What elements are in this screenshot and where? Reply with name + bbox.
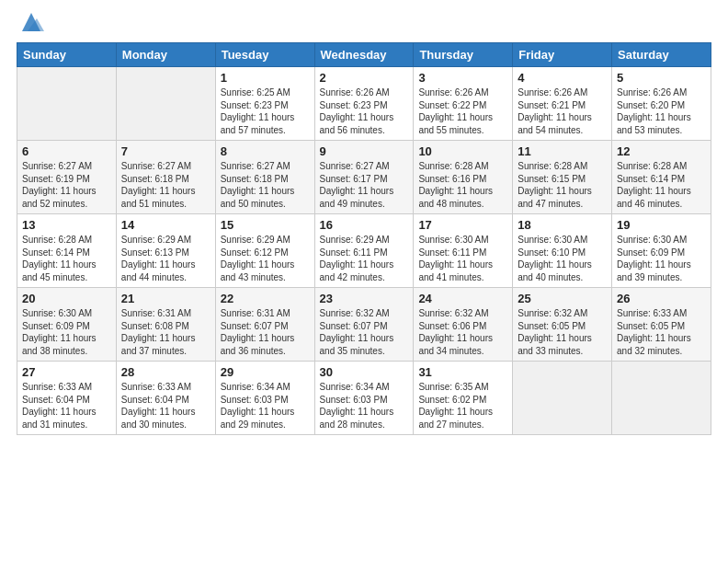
day-info: Sunrise: 6:31 AM Sunset: 6:07 PM Dayligh… [221, 307, 310, 357]
day-number: 6 [22, 144, 111, 158]
day-info: Sunrise: 6:26 AM Sunset: 6:23 PM Dayligh… [320, 86, 409, 136]
page: SundayMondayTuesdayWednesdayThursdayFrid… [0, 0, 728, 563]
day-number: 25 [518, 292, 607, 305]
calendar-cell: 19Sunrise: 6:30 AM Sunset: 6:09 PM Dayli… [612, 214, 711, 288]
day-number: 28 [121, 365, 210, 379]
day-number: 26 [617, 292, 706, 305]
calendar-cell: 7Sunrise: 6:27 AM Sunset: 6:18 PM Daylig… [116, 141, 215, 214]
day-info: Sunrise: 6:30 AM Sunset: 6:10 PM Dayligh… [518, 234, 607, 283]
calendar-week-row: 6Sunrise: 6:27 AM Sunset: 6:19 PM Daylig… [17, 141, 711, 214]
day-number: 3 [418, 71, 507, 85]
calendar-cell: 12Sunrise: 6:28 AM Sunset: 6:14 PM Dayli… [612, 141, 711, 214]
day-info: Sunrise: 6:35 AM Sunset: 6:02 PM Dayligh… [418, 381, 507, 431]
calendar-cell: 6Sunrise: 6:27 AM Sunset: 6:19 PM Daylig… [17, 141, 117, 214]
day-number: 11 [518, 144, 607, 158]
day-number: 24 [418, 292, 507, 305]
day-number: 2 [320, 71, 409, 85]
weekday-header-thursday: Thursday [414, 43, 513, 67]
day-number: 10 [418, 144, 507, 158]
day-info: Sunrise: 6:32 AM Sunset: 6:07 PM Dayligh… [320, 307, 409, 357]
day-info: Sunrise: 6:27 AM Sunset: 6:17 PM Dayligh… [320, 160, 409, 210]
calendar-cell: 11Sunrise: 6:28 AM Sunset: 6:15 PM Dayli… [513, 141, 612, 214]
day-info: Sunrise: 6:25 AM Sunset: 6:23 PM Dayligh… [221, 86, 310, 136]
day-info: Sunrise: 6:34 AM Sunset: 6:03 PM Dayligh… [320, 381, 409, 431]
weekday-header-wednesday: Wednesday [314, 43, 414, 67]
day-number: 23 [320, 292, 409, 305]
day-number: 7 [121, 144, 210, 158]
day-info: Sunrise: 6:30 AM Sunset: 6:09 PM Dayligh… [617, 234, 706, 283]
day-number: 12 [617, 144, 706, 158]
day-info: Sunrise: 6:26 AM Sunset: 6:21 PM Dayligh… [518, 86, 607, 136]
calendar-cell: 29Sunrise: 6:34 AM Sunset: 6:03 PM Dayli… [215, 362, 314, 435]
weekday-header-tuesday: Tuesday [215, 43, 314, 67]
calendar-cell: 31Sunrise: 6:35 AM Sunset: 6:02 PM Dayli… [414, 362, 513, 435]
calendar-cell: 21Sunrise: 6:31 AM Sunset: 6:08 PM Dayli… [116, 288, 215, 362]
calendar-week-row: 13Sunrise: 6:28 AM Sunset: 6:14 PM Dayli… [17, 214, 711, 288]
calendar-cell: 10Sunrise: 6:28 AM Sunset: 6:16 PM Dayli… [414, 141, 513, 214]
calendar-cell [17, 67, 117, 141]
day-info: Sunrise: 6:29 AM Sunset: 6:11 PM Dayligh… [320, 234, 409, 283]
day-number: 17 [418, 218, 507, 232]
day-number: 31 [418, 365, 507, 379]
day-number: 16 [320, 218, 409, 232]
day-number: 30 [320, 365, 409, 379]
calendar-cell: 2Sunrise: 6:26 AM Sunset: 6:23 PM Daylig… [314, 67, 414, 141]
day-number: 1 [221, 71, 310, 85]
day-number: 27 [22, 365, 111, 379]
day-number: 5 [617, 71, 706, 85]
day-info: Sunrise: 6:33 AM Sunset: 6:04 PM Dayligh… [121, 381, 210, 431]
day-info: Sunrise: 6:29 AM Sunset: 6:13 PM Dayligh… [121, 234, 210, 283]
logo-icon [18, 9, 44, 35]
day-info: Sunrise: 6:33 AM Sunset: 6:04 PM Dayligh… [22, 381, 111, 431]
calendar-cell [612, 362, 711, 435]
calendar-cell: 4Sunrise: 6:26 AM Sunset: 6:21 PM Daylig… [513, 67, 612, 141]
calendar-cell: 25Sunrise: 6:32 AM Sunset: 6:05 PM Dayli… [513, 288, 612, 362]
weekday-header-sunday: Sunday [17, 43, 117, 67]
calendar-cell: 9Sunrise: 6:27 AM Sunset: 6:17 PM Daylig… [314, 141, 414, 214]
day-info: Sunrise: 6:28 AM Sunset: 6:14 PM Dayligh… [617, 160, 706, 210]
day-number: 14 [121, 218, 210, 232]
day-info: Sunrise: 6:28 AM Sunset: 6:15 PM Dayligh… [518, 160, 607, 210]
day-number: 9 [320, 144, 409, 158]
day-number: 19 [617, 218, 706, 232]
weekday-header-friday: Friday [513, 43, 612, 67]
calendar-cell: 13Sunrise: 6:28 AM Sunset: 6:14 PM Dayli… [17, 214, 117, 288]
day-info: Sunrise: 6:32 AM Sunset: 6:05 PM Dayligh… [518, 307, 607, 357]
day-number: 21 [121, 292, 210, 305]
calendar-cell: 24Sunrise: 6:32 AM Sunset: 6:06 PM Dayli… [414, 288, 513, 362]
day-number: 15 [221, 218, 310, 232]
weekday-header-monday: Monday [116, 43, 215, 67]
calendar-cell: 20Sunrise: 6:30 AM Sunset: 6:09 PM Dayli… [17, 288, 117, 362]
calendar-cell: 17Sunrise: 6:30 AM Sunset: 6:11 PM Dayli… [414, 214, 513, 288]
calendar-table: SundayMondayTuesdayWednesdayThursdayFrid… [17, 42, 711, 435]
day-info: Sunrise: 6:27 AM Sunset: 6:19 PM Dayligh… [22, 160, 111, 210]
calendar-week-row: 1Sunrise: 6:25 AM Sunset: 6:23 PM Daylig… [17, 67, 711, 141]
day-number: 18 [518, 218, 607, 232]
calendar-cell: 22Sunrise: 6:31 AM Sunset: 6:07 PM Dayli… [215, 288, 314, 362]
day-info: Sunrise: 6:31 AM Sunset: 6:08 PM Dayligh… [121, 307, 210, 357]
day-info: Sunrise: 6:33 AM Sunset: 6:05 PM Dayligh… [617, 307, 706, 357]
day-info: Sunrise: 6:32 AM Sunset: 6:06 PM Dayligh… [418, 307, 507, 357]
calendar-cell: 27Sunrise: 6:33 AM Sunset: 6:04 PM Dayli… [17, 362, 117, 435]
calendar-cell: 8Sunrise: 6:27 AM Sunset: 6:18 PM Daylig… [215, 141, 314, 214]
day-info: Sunrise: 6:28 AM Sunset: 6:14 PM Dayligh… [22, 234, 111, 283]
calendar-cell: 28Sunrise: 6:33 AM Sunset: 6:04 PM Dayli… [116, 362, 215, 435]
calendar-cell [116, 67, 215, 141]
day-info: Sunrise: 6:26 AM Sunset: 6:20 PM Dayligh… [617, 86, 706, 136]
day-info: Sunrise: 6:30 AM Sunset: 6:11 PM Dayligh… [418, 234, 507, 283]
day-info: Sunrise: 6:29 AM Sunset: 6:12 PM Dayligh… [221, 234, 310, 283]
day-info: Sunrise: 6:34 AM Sunset: 6:03 PM Dayligh… [221, 381, 310, 431]
day-info: Sunrise: 6:27 AM Sunset: 6:18 PM Dayligh… [221, 160, 310, 210]
day-number: 8 [221, 144, 310, 158]
calendar-cell: 1Sunrise: 6:25 AM Sunset: 6:23 PM Daylig… [215, 67, 314, 141]
calendar-cell: 23Sunrise: 6:32 AM Sunset: 6:07 PM Dayli… [314, 288, 414, 362]
logo [17, 9, 44, 37]
day-number: 20 [22, 292, 111, 305]
calendar-cell: 15Sunrise: 6:29 AM Sunset: 6:12 PM Dayli… [215, 214, 314, 288]
day-number: 29 [221, 365, 310, 379]
day-info: Sunrise: 6:27 AM Sunset: 6:18 PM Dayligh… [121, 160, 210, 210]
calendar-cell: 30Sunrise: 6:34 AM Sunset: 6:03 PM Dayli… [314, 362, 414, 435]
day-info: Sunrise: 6:26 AM Sunset: 6:22 PM Dayligh… [418, 86, 507, 136]
calendar-cell: 14Sunrise: 6:29 AM Sunset: 6:13 PM Dayli… [116, 214, 215, 288]
calendar-cell: 5Sunrise: 6:26 AM Sunset: 6:20 PM Daylig… [612, 67, 711, 141]
